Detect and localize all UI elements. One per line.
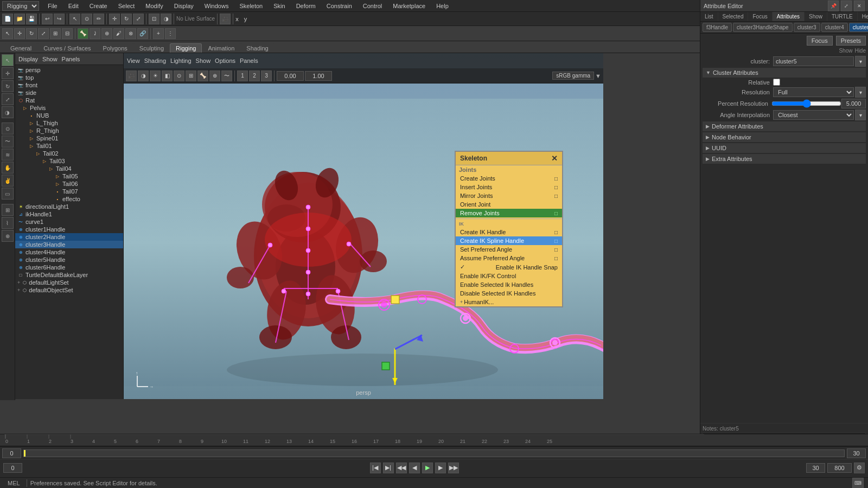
skel-orient-joint[interactable]: Orient Joint: [456, 200, 562, 209]
ol-persp[interactable]: 📷persp: [15, 66, 123, 74]
ik-tool-btn[interactable]: ⤸: [90, 28, 100, 39]
ol-cluster5[interactable]: ⊕cluster5Handle: [15, 256, 123, 264]
grab-tool[interactable]: ✋: [2, 162, 14, 174]
viewport[interactable]: View Shading Lighting Show Options Panel…: [124, 53, 603, 399]
gamma-arrow[interactable]: ▼: [595, 73, 601, 79]
ol-deflightset[interactable]: +⬡defaultLightSet: [15, 279, 123, 286]
menu-control[interactable]: Control: [361, 2, 384, 10]
skel-set-preferred-box[interactable]: □: [554, 247, 558, 253]
ol-ikhandle[interactable]: ⊿ikHandle1: [15, 210, 123, 218]
timeline-bar[interactable]: [23, 450, 845, 457]
pb-prev-frame-btn[interactable]: ◀: [409, 463, 420, 473]
lasso-btn[interactable]: ⊙: [81, 14, 92, 24]
vp-lighting-menu[interactable]: Lighting: [170, 57, 192, 64]
outliner-display-menu[interactable]: Display: [18, 56, 38, 62]
timeline-ruler[interactable]: // This will be handled by inline genera…: [0, 434, 868, 446]
vp-nurbcurve-btn[interactable]: 〜: [221, 70, 232, 81]
ol-pelvis[interactable]: ▷Pelvis: [15, 104, 123, 112]
pb-goto-start-btn[interactable]: |◀: [370, 463, 381, 473]
cluster-btn[interactable]: ⊗: [125, 28, 136, 39]
ol-effecto[interactable]: •effecto: [15, 195, 123, 203]
angle-interp-select[interactable]: Closest Linear: [773, 110, 854, 120]
menu-skin[interactable]: Skin: [271, 2, 287, 10]
skel-humanik[interactable]: + HumanIK...: [456, 298, 562, 306]
skel-mirror-joints[interactable]: Mirror Joints □: [456, 191, 562, 200]
pinch-tool[interactable]: ✌: [2, 175, 14, 187]
rp-expand-btn[interactable]: ⤢: [841, 1, 852, 11]
timeline-current-frame[interactable]: [2, 448, 21, 458]
ol-cluster1[interactable]: ⊕cluster1Handle: [15, 226, 123, 233]
move-tool[interactable]: ✛: [2, 67, 14, 79]
rp-node-cluster4[interactable]: cluster4: [821, 23, 848, 32]
cluster-arrow-btn[interactable]: ▾: [855, 56, 866, 67]
rigging-dropdown[interactable]: Rigging: [2, 1, 39, 11]
ol-tail04[interactable]: ▷Tail04: [15, 165, 123, 172]
paint-btn[interactable]: ✏: [93, 14, 104, 24]
pb-start-input[interactable]: [3, 463, 22, 473]
ol-top[interactable]: 📷top: [15, 74, 123, 81]
menu-marketplace[interactable]: Marketplace: [391, 2, 427, 10]
cam-btn[interactable]: 🎥: [220, 14, 231, 24]
menu-modify[interactable]: Modify: [143, 2, 165, 10]
rp-node-cluster5[interactable]: cluster5: [849, 23, 868, 32]
lang-label[interactable]: MEL: [4, 480, 23, 486]
rotate-tool[interactable]: ↻: [2, 80, 14, 92]
select-obj-btn[interactable]: ↖: [2, 28, 13, 39]
menu-skeleton[interactable]: Skeleton: [237, 2, 265, 10]
ol-front[interactable]: 📷front: [15, 81, 123, 89]
scale-tool[interactable]: ⤢: [2, 93, 14, 105]
skel-enable-ikfk[interactable]: Enable IK/FK Control: [456, 272, 562, 280]
vp-panels-menu[interactable]: Panels: [240, 57, 258, 64]
undo-btn[interactable]: ↩: [42, 14, 53, 24]
pb-next-key-btn[interactable]: ▶▶: [448, 463, 459, 473]
smooth-tool[interactable]: 〜: [2, 136, 14, 147]
ol-cluster4[interactable]: ⊕cluster4Handle: [15, 248, 123, 256]
vp-scale-input[interactable]: [305, 71, 332, 81]
pb-goto-end-btn[interactable]: ▶|: [383, 463, 394, 473]
constraint-btn[interactable]: 🔗: [137, 28, 148, 39]
sculpt-tool[interactable]: ⊙: [2, 123, 14, 134]
paint-weights-btn[interactable]: 🖌: [113, 28, 124, 39]
skel-create-ik[interactable]: Create IK Handle □: [456, 228, 562, 236]
vp-view-menu[interactable]: View: [127, 57, 140, 64]
rp-node-cluster3shape[interactable]: cluster3HandleShape: [733, 23, 793, 32]
skel-assume-preferred-box[interactable]: □: [554, 255, 558, 261]
extra-btn[interactable]: ⋮: [165, 28, 176, 39]
node-behavior-section[interactable]: ▶ Node Behavior: [703, 132, 866, 142]
outliner-show-menu[interactable]: Show: [42, 56, 58, 62]
vp-isolate-btn[interactable]: ⊙: [174, 70, 184, 81]
uni-manip-btn[interactable]: ⊞: [50, 28, 61, 39]
ol-cluster6[interactable]: ⊕cluster6Handle: [15, 264, 123, 271]
ol-defobjectset[interactable]: +⬡defaultObjectSet: [15, 286, 123, 294]
resolution-arrow[interactable]: ▾: [855, 87, 866, 98]
redo-btn[interactable]: ↪: [54, 14, 65, 24]
skel-assume-preferred[interactable]: Assume Preferred Angle □: [456, 254, 562, 262]
move-obj-btn[interactable]: ✛: [14, 28, 25, 39]
scale-obj-btn[interactable]: ⤢: [38, 28, 49, 39]
timeline-end-frame[interactable]: [847, 448, 866, 458]
menu-help[interactable]: Help: [434, 2, 451, 10]
tab-animation[interactable]: Animation: [202, 43, 240, 53]
select-tool[interactable]: ↖: [2, 54, 14, 66]
rot-obj-btn[interactable]: ↻: [26, 28, 37, 39]
vp-time-input[interactable]: [277, 71, 304, 81]
pb-end-input[interactable]: [806, 463, 825, 473]
uuid-section[interactable]: ▶ UUID: [703, 143, 866, 153]
skel-enable-snap[interactable]: ✓ Enable IK Handle Snap: [456, 262, 562, 272]
rp-presets-btn[interactable]: Presets: [836, 36, 866, 46]
open-file-btn[interactable]: 📁: [14, 14, 25, 24]
vp-res-low-btn[interactable]: 1: [237, 70, 248, 81]
skel-insert-joints[interactable]: Insert Joints □: [456, 183, 562, 191]
rp-tab-turtle[interactable]: TURTLE: [827, 12, 858, 21]
gamma-display[interactable]: sRGB gamma: [552, 72, 594, 80]
vp-res-mid-btn[interactable]: 2: [249, 70, 260, 81]
pb-end2-input[interactable]: [827, 463, 852, 473]
flatten-tool[interactable]: ▭: [2, 188, 14, 200]
angle-interp-arrow[interactable]: ▾: [855, 110, 866, 120]
skel-mirror-joints-box[interactable]: □: [554, 193, 558, 199]
menu-file[interactable]: File: [46, 2, 60, 10]
extra-attrs-section[interactable]: ▶ Extra Attributes: [703, 154, 866, 164]
ol-curve1[interactable]: 〜curve1: [15, 218, 123, 226]
ol-lthigh[interactable]: ▷L_Thigh: [15, 119, 123, 127]
ol-tail03[interactable]: ▷Tail03: [15, 157, 123, 165]
